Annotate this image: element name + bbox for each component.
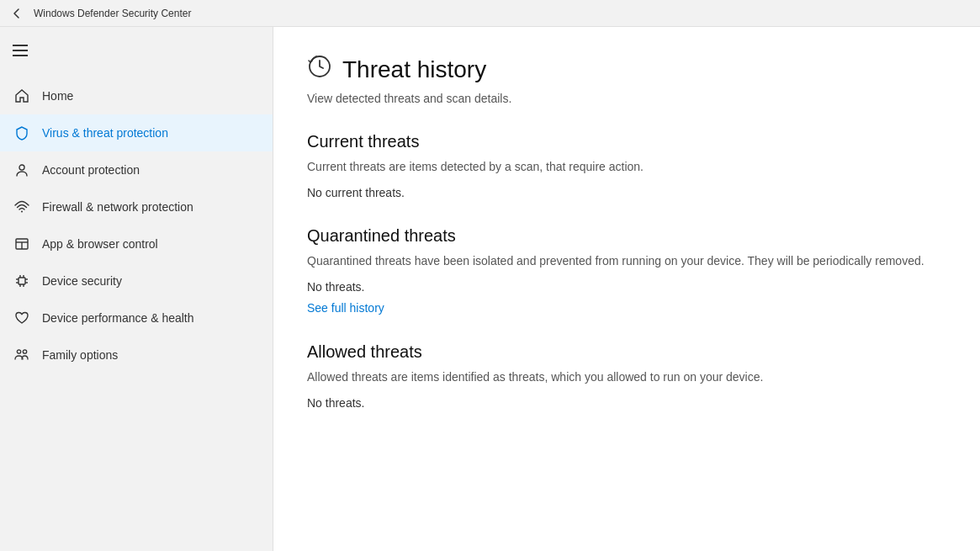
heart-icon bbox=[13, 310, 30, 326]
wifi-icon bbox=[13, 199, 30, 215]
svg-point-0 bbox=[19, 165, 24, 170]
page-header: Threat history bbox=[307, 54, 946, 85]
quarantined-threats-title: Quarantined threats bbox=[307, 226, 946, 246]
sidebar-item-firewall[interactable]: Firewall & network protection bbox=[0, 188, 273, 225]
current-threats-section: Current threats Current threats are item… bbox=[307, 132, 946, 199]
sidebar-item-family-label: Family options bbox=[42, 348, 118, 362]
allowed-threats-status: No threats. bbox=[307, 396, 946, 410]
current-threats-status: No current threats. bbox=[307, 186, 946, 199]
sidebar-item-virus[interactable]: Virus & threat protection bbox=[0, 114, 273, 151]
person-icon bbox=[13, 162, 30, 178]
see-full-history-link[interactable]: See full history bbox=[307, 301, 384, 315]
sidebar-item-firewall-label: Firewall & network protection bbox=[42, 200, 193, 214]
main-layout: Home Virus & threat protection bbox=[0, 27, 980, 551]
family-icon bbox=[13, 347, 30, 363]
sidebar: Home Virus & threat protection bbox=[0, 27, 273, 551]
current-threats-desc: Current threats are items detected by a … bbox=[307, 158, 946, 176]
home-icon bbox=[13, 87, 30, 104]
sidebar-item-account[interactable]: Account protection bbox=[0, 151, 273, 188]
back-button[interactable] bbox=[7, 3, 27, 24]
shield-icon bbox=[13, 125, 30, 141]
allowed-threats-section: Allowed threats Allowed threats are item… bbox=[307, 342, 946, 410]
quarantined-threats-section: Quarantined threats Quarantined threats … bbox=[307, 226, 946, 315]
current-threats-title: Current threats bbox=[307, 132, 946, 151]
svg-point-15 bbox=[23, 350, 26, 353]
title-bar: Windows Defender Security Center bbox=[0, 0, 980, 27]
page-title: Threat history bbox=[342, 56, 486, 83]
sidebar-item-device-security[interactable]: Device security bbox=[0, 262, 273, 299]
sidebar-nav: Home Virus & threat protection bbox=[0, 74, 273, 377]
content-area: Threat history View detected threats and… bbox=[273, 27, 980, 551]
sidebar-item-account-label: Account protection bbox=[42, 163, 140, 177]
quarantined-threats-status: No threats. bbox=[307, 280, 946, 294]
sidebar-item-home[interactable]: Home bbox=[0, 77, 273, 114]
allowed-threats-title: Allowed threats bbox=[307, 342, 946, 362]
app-title: Windows Defender Security Center bbox=[34, 8, 191, 19]
threat-history-icon bbox=[307, 54, 332, 85]
window-icon bbox=[13, 236, 30, 252]
page-subtitle: View detected threats and scan details. bbox=[307, 92, 946, 105]
quarantined-threats-desc: Quarantined threats have been isolated a… bbox=[307, 252, 946, 270]
sidebar-item-home-label: Home bbox=[42, 89, 73, 103]
sidebar-item-app[interactable]: App & browser control bbox=[0, 225, 273, 262]
sidebar-toggle-button[interactable] bbox=[3, 34, 37, 67]
svg-rect-5 bbox=[19, 278, 25, 284]
sidebar-item-device-health-label: Device performance & health bbox=[42, 311, 194, 325]
sidebar-item-device-security-label: Device security bbox=[42, 274, 122, 288]
sidebar-item-family[interactable]: Family options bbox=[0, 336, 273, 374]
chip-icon bbox=[13, 273, 30, 289]
sidebar-item-virus-label: Virus & threat protection bbox=[42, 126, 168, 140]
allowed-threats-desc: Allowed threats are items identified as … bbox=[307, 368, 946, 386]
hamburger-icon bbox=[13, 45, 28, 56]
svg-point-14 bbox=[17, 350, 20, 353]
sidebar-item-device-health[interactable]: Device performance & health bbox=[0, 299, 273, 336]
svg-point-1 bbox=[21, 211, 23, 213]
sidebar-item-app-label: App & browser control bbox=[42, 237, 158, 251]
